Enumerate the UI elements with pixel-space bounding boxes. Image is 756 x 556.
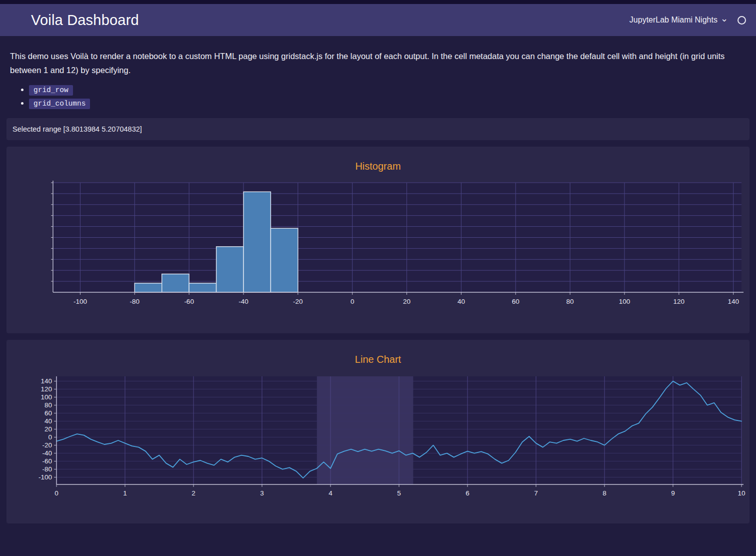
svg-text:0: 0 [48, 433, 52, 441]
svg-text:-40: -40 [238, 298, 248, 305]
code-chip-grid-columns: grid_columns [29, 99, 90, 109]
svg-text:-100: -100 [74, 298, 87, 305]
theme-selector[interactable]: JupyterLab Miami Nights ⌄ [630, 16, 728, 25]
selected-range-output: Selected range [3.8013984 5.20704832] [6, 118, 750, 140]
code-chip-grid-row: grid_row [29, 85, 73, 96]
histogram-chart[interactable]: -100-80-60-40-20020406080100120140 [10, 180, 746, 309]
svg-text:60: 60 [44, 409, 52, 417]
kernel-status-icon [738, 16, 746, 25]
intro-list: grid_row grid_columns [29, 85, 750, 108]
svg-text:-20: -20 [42, 441, 52, 449]
selected-range-text: Selected range [3.8013984 5.20704832] [12, 125, 142, 133]
svg-text:-100: -100 [38, 473, 52, 481]
svg-text:8: 8 [602, 489, 606, 497]
svg-text:4: 4 [328, 489, 332, 497]
svg-text:140: 140 [40, 377, 52, 385]
svg-text:120: 120 [40, 385, 52, 393]
svg-text:-60: -60 [42, 457, 52, 465]
svg-text:-60: -60 [184, 298, 194, 305]
chevron-down-icon: ⌄ [720, 16, 728, 21]
list-item: grid_columns [29, 99, 750, 108]
page-title: Voila Dashboard [31, 12, 630, 29]
intro-paragraph: This demo uses Voilà to render a noteboo… [10, 49, 746, 77]
line-chart-title: Line Chart [10, 354, 746, 365]
histogram-panel: Histogram -100-80-60-40-2002040608010012… [6, 147, 750, 333]
svg-text:-80: -80 [42, 465, 52, 473]
svg-text:6: 6 [466, 489, 470, 497]
svg-text:3: 3 [260, 489, 264, 497]
svg-text:40: 40 [458, 298, 465, 305]
svg-text:140: 140 [728, 298, 739, 305]
svg-text:2: 2 [192, 489, 196, 497]
window-top-strip [0, 0, 756, 4]
theme-selector-label: JupyterLab Miami Nights [630, 16, 718, 25]
svg-text:-40: -40 [42, 449, 52, 457]
svg-text:-80: -80 [130, 298, 140, 305]
line-chart[interactable]: -100-80-60-40-20020406080100120140012345… [10, 373, 746, 499]
svg-text:-20: -20 [293, 298, 303, 305]
svg-text:80: 80 [566, 298, 574, 305]
dashboard-main: This demo uses Voilà to render a noteboo… [0, 49, 756, 523]
svg-text:20: 20 [44, 425, 52, 433]
histogram-title: Histogram [10, 161, 746, 172]
svg-text:100: 100 [40, 393, 52, 401]
svg-text:0: 0 [350, 298, 354, 305]
svg-text:100: 100 [619, 298, 630, 305]
svg-text:120: 120 [674, 298, 685, 305]
list-item: grid_row [29, 85, 750, 94]
svg-text:7: 7 [534, 489, 538, 497]
svg-text:20: 20 [403, 298, 410, 305]
svg-text:40: 40 [44, 417, 52, 425]
svg-text:1: 1 [123, 489, 127, 497]
svg-text:60: 60 [512, 298, 520, 305]
svg-text:80: 80 [44, 401, 52, 409]
svg-text:5: 5 [397, 489, 401, 497]
app-header: Voila Dashboard JupyterLab Miami Nights … [0, 4, 756, 36]
svg-text:10: 10 [738, 489, 745, 497]
svg-text:9: 9 [671, 489, 675, 497]
line-chart-panel: Line Chart -100-80-60-40-200204060801001… [6, 340, 750, 523]
svg-text:0: 0 [54, 489, 58, 497]
